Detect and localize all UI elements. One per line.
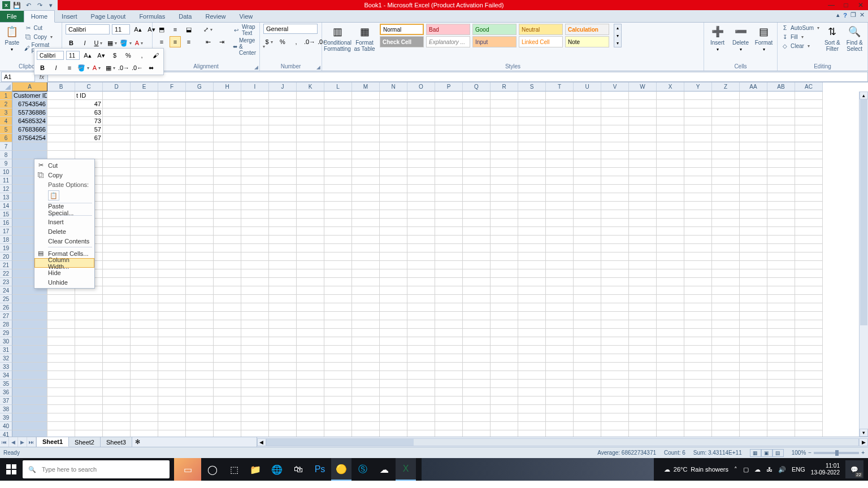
- column-header-O[interactable]: O: [407, 82, 435, 91]
- cell-P34[interactable]: [435, 371, 463, 380]
- cell-AA20[interactable]: [740, 252, 767, 261]
- news-widget-icon[interactable]: ▭: [174, 458, 201, 481]
- cell-M28[interactable]: [352, 320, 380, 329]
- cell-Q15[interactable]: [463, 210, 491, 219]
- cell-Y40[interactable]: [684, 422, 712, 430]
- save-icon[interactable]: 💾: [12, 1, 21, 10]
- cell-AA7[interactable]: [740, 142, 767, 151]
- cell-T1[interactable]: [546, 91, 574, 100]
- align-center-icon[interactable]: ≡: [170, 36, 181, 47]
- cell-U30[interactable]: [574, 337, 601, 346]
- cell-G15[interactable]: [186, 210, 214, 219]
- cell-G39[interactable]: [186, 413, 214, 422]
- ctx-column-width[interactable]: Column Width...: [34, 258, 94, 268]
- cell-Z19[interactable]: [712, 244, 740, 252]
- cell-AB3[interactable]: [767, 108, 795, 117]
- autosum-button[interactable]: ΣAutoSum▾: [781, 24, 819, 32]
- cell-H37[interactable]: [214, 396, 241, 405]
- cell-N34[interactable]: [380, 371, 407, 380]
- cell-D13[interactable]: [103, 193, 131, 202]
- cell-X16[interactable]: [657, 219, 684, 227]
- cell-N30[interactable]: [380, 337, 407, 346]
- cell-O35[interactable]: [407, 380, 435, 388]
- cell-Q18[interactable]: [463, 236, 491, 244]
- cell-P38[interactable]: [435, 405, 463, 413]
- cell-R10[interactable]: [491, 168, 518, 176]
- cell-I2[interactable]: [241, 100, 269, 108]
- cell-K8[interactable]: [297, 151, 324, 159]
- cell-N17[interactable]: [380, 227, 407, 236]
- cell-J28[interactable]: [269, 320, 297, 329]
- cell-U29[interactable]: [574, 329, 601, 337]
- cell-K22[interactable]: [297, 269, 324, 278]
- cell-O23[interactable]: [407, 278, 435, 286]
- cell-R41[interactable]: [491, 430, 518, 437]
- cell-Y20[interactable]: [684, 252, 712, 261]
- cell-O41[interactable]: [407, 430, 435, 437]
- column-header-B[interactable]: B: [47, 82, 75, 91]
- cell-E17[interactable]: [131, 227, 158, 236]
- column-header-T[interactable]: T: [546, 82, 574, 91]
- cell-R24[interactable]: [491, 286, 518, 295]
- cell-I18[interactable]: [241, 236, 269, 244]
- cell-U12[interactable]: [574, 185, 601, 193]
- cell-Y30[interactable]: [684, 337, 712, 346]
- cell-C7[interactable]: [75, 142, 103, 151]
- cell-B4[interactable]: [47, 117, 75, 125]
- cell-Y3[interactable]: [684, 108, 712, 117]
- cell-I11[interactable]: [241, 176, 269, 185]
- cell-AC23[interactable]: [795, 278, 823, 286]
- cell-F10[interactable]: [158, 168, 186, 176]
- cell-W29[interactable]: [629, 329, 657, 337]
- cell-W13[interactable]: [629, 193, 657, 202]
- cell-AC36[interactable]: [795, 388, 823, 396]
- cell-K3[interactable]: [297, 108, 324, 117]
- cell-L39[interactable]: [324, 413, 352, 422]
- cell-D12[interactable]: [103, 185, 131, 193]
- redo-icon[interactable]: ↷: [35, 1, 44, 10]
- cell-G26[interactable]: [186, 303, 214, 312]
- cell-U8[interactable]: [574, 151, 601, 159]
- cell-I35[interactable]: [241, 380, 269, 388]
- cell-N39[interactable]: [380, 413, 407, 422]
- excel-taskbar-icon[interactable]: X: [396, 458, 416, 481]
- cell-AB11[interactable]: [767, 176, 795, 185]
- cell-W27[interactable]: [629, 312, 657, 320]
- cell-Q8[interactable]: [463, 151, 491, 159]
- cell-W9[interactable]: [629, 159, 657, 168]
- cell-C40[interactable]: [75, 422, 103, 430]
- column-header-Y[interactable]: Y: [684, 82, 712, 91]
- cell-T38[interactable]: [546, 405, 574, 413]
- scroll-left-icon[interactable]: ◀: [257, 438, 266, 446]
- cell-F26[interactable]: [158, 303, 186, 312]
- cell-T29[interactable]: [546, 329, 574, 337]
- styles-scroll-up-icon[interactable]: ▴: [614, 24, 621, 32]
- cell-S3[interactable]: [518, 108, 546, 117]
- cell-AC10[interactable]: [795, 168, 823, 176]
- row-header-22[interactable]: 22: [0, 269, 12, 278]
- cell-A5[interactable]: 67683666: [12, 125, 47, 134]
- cell-G25[interactable]: [186, 295, 214, 303]
- row-header-33[interactable]: 33: [0, 363, 12, 371]
- cell-O8[interactable]: [407, 151, 435, 159]
- cell-J37[interactable]: [269, 396, 297, 405]
- cell-Z22[interactable]: [712, 269, 740, 278]
- cell-V30[interactable]: [601, 337, 629, 346]
- cell-L4[interactable]: [324, 117, 352, 125]
- cell-O2[interactable]: [407, 100, 435, 108]
- cell-Q26[interactable]: [463, 303, 491, 312]
- cell-L25[interactable]: [324, 295, 352, 303]
- cell-Y35[interactable]: [684, 380, 712, 388]
- cell-R37[interactable]: [491, 396, 518, 405]
- cell-R40[interactable]: [491, 422, 518, 430]
- cell-Q22[interactable]: [463, 269, 491, 278]
- cell-D1[interactable]: [103, 91, 131, 100]
- taskbar-search[interactable]: 🔍 Type here to search: [23, 460, 170, 478]
- cell-S6[interactable]: [518, 134, 546, 142]
- maximize-icon[interactable]: □: [841, 0, 851, 10]
- cell-C2[interactable]: 47: [75, 100, 103, 108]
- cell-U33[interactable]: [574, 363, 601, 371]
- cell-Y18[interactable]: [684, 236, 712, 244]
- vscroll-thumb[interactable]: [860, 99, 867, 325]
- cell-AB39[interactable]: [767, 413, 795, 422]
